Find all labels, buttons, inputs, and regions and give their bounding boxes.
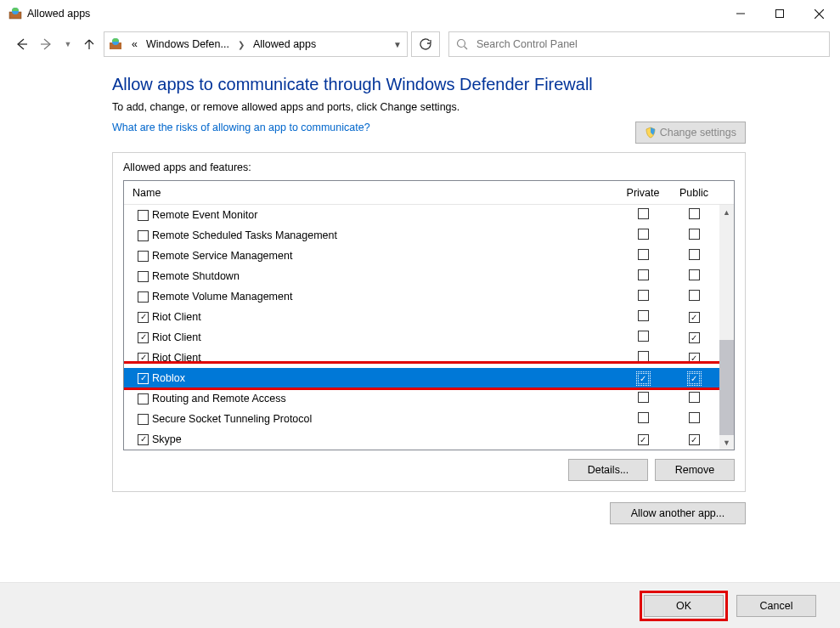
column-private[interactable]: Private	[617, 187, 668, 199]
row-name-label: Remote Event Monitor	[152, 209, 257, 221]
scroll-track[interactable]	[719, 219, 734, 435]
recent-dropdown[interactable]: ▼	[61, 33, 75, 55]
table-row[interactable]: Riot Client	[124, 307, 734, 327]
chevron-down-icon[interactable]: ▼	[393, 40, 402, 49]
table-row[interactable]: Secure Socket Tunneling Protocol	[124, 409, 734, 429]
table-row[interactable]: Remote Event Monitor	[124, 205, 734, 225]
vertical-scrollbar[interactable]: ▲ ▼	[719, 205, 734, 450]
allowed-apps-listbox[interactable]: Name Private Public Remote Event Monitor…	[123, 180, 735, 450]
titlebar: Allowed apps	[0, 0, 840, 27]
table-row[interactable]: Skype	[124, 429, 734, 450]
row-public-checkbox[interactable]	[689, 373, 700, 384]
row-enabled-checkbox[interactable]	[138, 271, 149, 282]
scroll-up-button[interactable]: ▲	[719, 205, 734, 219]
row-public-checkbox[interactable]	[689, 290, 700, 301]
content-area: Allow apps to communicate through Window…	[0, 61, 840, 582]
table-row[interactable]: Roblox	[124, 368, 734, 388]
row-name-label: Remote Shutdown	[152, 270, 240, 282]
search-input[interactable]	[475, 37, 822, 51]
row-enabled-checkbox[interactable]	[138, 393, 149, 405]
close-button[interactable]	[799, 1, 838, 26]
row-private-checkbox[interactable]	[638, 229, 649, 240]
row-name-label: Riot Client	[152, 352, 201, 364]
search-box[interactable]	[448, 31, 830, 57]
page-subtext: To add, change, or remove allowed apps a…	[112, 101, 746, 113]
forward-button[interactable]	[36, 33, 58, 55]
row-enabled-checkbox[interactable]	[138, 312, 149, 323]
row-public-checkbox[interactable]	[689, 434, 700, 445]
scroll-down-button[interactable]: ▼	[719, 435, 734, 450]
row-private-checkbox[interactable]	[638, 208, 649, 219]
row-name-label: Secure Socket Tunneling Protocol	[152, 413, 312, 425]
ok-button[interactable]: OK	[644, 595, 724, 617]
refresh-button[interactable]	[411, 31, 440, 57]
table-row[interactable]: Remote Scheduled Tasks Management	[124, 225, 734, 246]
breadcrumb-prefix[interactable]: «	[128, 38, 141, 50]
search-icon	[456, 38, 468, 50]
row-public-checkbox[interactable]	[689, 392, 700, 403]
row-private-checkbox[interactable]	[638, 269, 649, 280]
details-button[interactable]: Details...	[568, 459, 648, 481]
breadcrumb-item-1[interactable]: Windows Defen...	[143, 38, 233, 50]
table-row[interactable]: Remote Shutdown	[124, 266, 734, 286]
table-row[interactable]: Riot Client	[124, 327, 734, 348]
chevron-right-icon[interactable]: ❯	[234, 40, 248, 49]
scroll-thumb[interactable]	[719, 340, 734, 435]
row-public-checkbox[interactable]	[689, 332, 700, 343]
allow-another-app-button[interactable]: Allow another app...	[610, 502, 746, 524]
row-enabled-checkbox[interactable]	[138, 251, 149, 262]
up-button[interactable]	[78, 33, 100, 55]
row-public-checkbox[interactable]	[689, 269, 700, 280]
row-private-checkbox[interactable]	[638, 434, 649, 445]
cancel-button[interactable]: Cancel	[736, 595, 816, 617]
row-enabled-checkbox[interactable]	[138, 332, 149, 343]
row-private-checkbox[interactable]	[638, 310, 649, 321]
remove-button[interactable]: Remove	[655, 459, 735, 481]
row-public-checkbox[interactable]	[689, 229, 700, 240]
row-enabled-checkbox[interactable]	[138, 353, 149, 364]
svg-point-11	[458, 40, 465, 48]
row-private-checkbox[interactable]	[638, 290, 649, 301]
row-enabled-checkbox[interactable]	[138, 414, 149, 425]
column-public[interactable]: Public	[668, 187, 719, 199]
row-public-checkbox[interactable]	[689, 208, 700, 219]
row-public-checkbox[interactable]	[689, 353, 700, 364]
row-enabled-checkbox[interactable]	[138, 434, 149, 445]
minimize-button[interactable]	[721, 1, 760, 26]
row-name-label: Riot Client	[152, 331, 201, 343]
row-name-label: Remote Service Management	[152, 250, 292, 262]
row-name-label: Riot Client	[152, 311, 201, 323]
row-enabled-checkbox[interactable]	[138, 373, 149, 384]
row-public-checkbox[interactable]	[689, 412, 700, 423]
table-row[interactable]: Riot Client	[124, 348, 734, 368]
row-private-checkbox[interactable]	[638, 249, 649, 260]
change-settings-button[interactable]: Change settings	[635, 122, 746, 144]
table-row[interactable]: Remote Service Management	[124, 246, 734, 266]
risks-link[interactable]: What are the risks of allowing an app to…	[112, 122, 370, 133]
row-enabled-checkbox[interactable]	[138, 291, 149, 303]
table-row[interactable]: Routing and Remote Access	[124, 388, 734, 409]
table-row[interactable]: Remote Volume Management	[124, 286, 734, 307]
row-private-checkbox[interactable]	[638, 373, 649, 384]
list-label: Allowed apps and features:	[123, 161, 735, 173]
page-title: Allow apps to communicate through Window…	[112, 75, 746, 94]
row-enabled-checkbox[interactable]	[138, 210, 149, 221]
firewall-icon	[8, 7, 22, 20]
row-public-checkbox[interactable]	[689, 249, 700, 260]
navigation-bar: ▼ « Windows Defen... ❯ Allowed apps ▼	[0, 27, 840, 61]
row-private-checkbox[interactable]	[638, 351, 649, 362]
row-private-checkbox[interactable]	[638, 412, 649, 423]
maximize-button[interactable]	[760, 1, 799, 26]
row-private-checkbox[interactable]	[638, 331, 649, 342]
breadcrumb-item-2[interactable]: Allowed apps	[250, 38, 319, 50]
column-name[interactable]: Name	[124, 187, 617, 199]
row-name-label: Remote Volume Management	[152, 291, 292, 303]
back-button[interactable]	[10, 33, 32, 55]
row-enabled-checkbox[interactable]	[138, 230, 149, 241]
change-settings-label: Change settings	[660, 127, 736, 139]
row-private-checkbox[interactable]	[638, 392, 649, 403]
address-breadcrumb[interactable]: « Windows Defen... ❯ Allowed apps ▼	[104, 31, 408, 57]
window-title: Allowed apps	[27, 8, 721, 20]
row-public-checkbox[interactable]	[689, 312, 700, 323]
row-name-label: Roblox	[152, 372, 185, 384]
